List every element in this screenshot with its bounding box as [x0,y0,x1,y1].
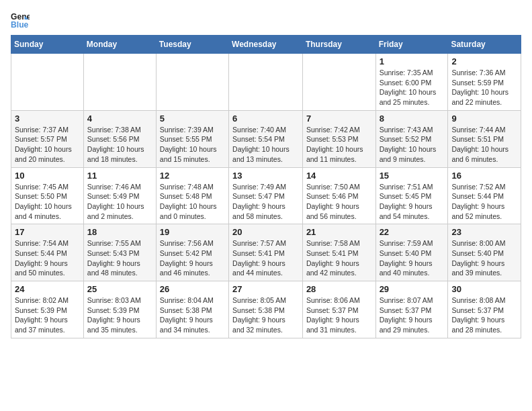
calendar-header-cell: Thursday [302,36,375,54]
calendar-day-cell: 24Sunrise: 8:02 AM Sunset: 5:39 PM Dayli… [11,281,84,338]
day-info: Sunrise: 7:55 AM Sunset: 5:43 PM Dayligh… [87,238,152,278]
calendar-week-row: 1Sunrise: 7:35 AM Sunset: 6:00 PM Daylig… [11,54,521,111]
day-info: Sunrise: 8:04 AM Sunset: 5:38 PM Dayligh… [160,295,225,335]
day-info: Sunrise: 8:03 AM Sunset: 5:39 PM Dayligh… [87,295,152,335]
day-info: Sunrise: 7:40 AM Sunset: 5:54 PM Dayligh… [232,125,299,165]
day-number: 28 [306,284,372,294]
calendar-day-cell: 29Sunrise: 8:07 AM Sunset: 5:37 PM Dayli… [375,281,448,338]
svg-text:Blue: Blue [11,20,29,30]
calendar-day-cell [83,54,156,111]
day-info: Sunrise: 7:36 AM Sunset: 5:59 PM Dayligh… [451,68,517,107]
day-info: Sunrise: 7:45 AM Sunset: 5:50 PM Dayligh… [15,182,80,222]
day-info: Sunrise: 8:00 AM Sunset: 5:40 PM Dayligh… [451,238,517,278]
calendar-day-cell: 20Sunrise: 7:57 AM Sunset: 5:41 PM Dayli… [229,224,303,281]
day-number: 19 [160,227,225,237]
day-number: 25 [87,284,152,294]
calendar-header-cell: Sunday [11,36,84,54]
calendar-header-row: SundayMondayTuesdayWednesdayThursdayFrid… [11,36,521,54]
day-number: 1 [380,56,445,66]
day-number: 24 [15,284,80,294]
day-number: 13 [232,171,299,181]
day-number: 21 [306,227,372,237]
day-info: Sunrise: 7:35 AM Sunset: 6:00 PM Dayligh… [380,68,445,107]
day-info: Sunrise: 8:08 AM Sunset: 5:37 PM Dayligh… [451,295,517,335]
day-number: 10 [15,171,80,181]
calendar-body: 1Sunrise: 7:35 AM Sunset: 6:00 PM Daylig… [11,54,521,338]
calendar-day-cell [156,54,228,111]
day-number: 15 [380,171,445,181]
calendar-day-cell [229,54,303,111]
day-number: 18 [87,227,152,237]
calendar-day-cell: 5Sunrise: 7:39 AM Sunset: 5:55 PM Daylig… [156,110,228,167]
day-number: 17 [15,227,80,237]
day-info: Sunrise: 7:52 AM Sunset: 5:44 PM Dayligh… [451,182,517,222]
logo: General Blue [11,11,32,30]
calendar-day-cell: 13Sunrise: 7:49 AM Sunset: 5:47 PM Dayli… [229,167,303,224]
day-number: 9 [451,113,517,124]
calendar-day-cell: 18Sunrise: 7:55 AM Sunset: 5:43 PM Dayli… [83,224,156,281]
day-info: Sunrise: 7:44 AM Sunset: 5:51 PM Dayligh… [451,125,517,165]
calendar-day-cell: 3Sunrise: 7:37 AM Sunset: 5:57 PM Daylig… [11,110,84,167]
day-number: 7 [306,113,372,124]
day-number: 14 [306,171,372,181]
calendar-day-cell: 27Sunrise: 8:05 AM Sunset: 5:38 PM Dayli… [229,281,303,338]
day-number: 26 [160,284,225,294]
calendar-day-cell: 16Sunrise: 7:52 AM Sunset: 5:44 PM Dayli… [448,167,521,224]
calendar-day-cell: 28Sunrise: 8:06 AM Sunset: 5:37 PM Dayli… [302,281,375,338]
calendar-day-cell: 22Sunrise: 7:59 AM Sunset: 5:40 PM Dayli… [375,224,448,281]
calendar-header-cell: Friday [375,36,448,54]
day-number: 23 [451,227,517,237]
day-info: Sunrise: 8:07 AM Sunset: 5:37 PM Dayligh… [380,295,445,335]
calendar-day-cell: 21Sunrise: 7:58 AM Sunset: 5:41 PM Dayli… [302,224,375,281]
calendar-day-cell: 14Sunrise: 7:50 AM Sunset: 5:46 PM Dayli… [302,167,375,224]
day-info: Sunrise: 7:38 AM Sunset: 5:56 PM Dayligh… [87,125,152,165]
day-info: Sunrise: 7:37 AM Sunset: 5:57 PM Dayligh… [15,125,80,165]
calendar-day-cell: 11Sunrise: 7:46 AM Sunset: 5:49 PM Dayli… [83,167,156,224]
day-info: Sunrise: 7:54 AM Sunset: 5:44 PM Dayligh… [15,238,80,278]
day-info: Sunrise: 7:39 AM Sunset: 5:55 PM Dayligh… [160,125,225,165]
calendar-day-cell: 10Sunrise: 7:45 AM Sunset: 5:50 PM Dayli… [11,167,84,224]
day-info: Sunrise: 7:46 AM Sunset: 5:49 PM Dayligh… [87,182,152,222]
calendar-week-row: 17Sunrise: 7:54 AM Sunset: 5:44 PM Dayli… [11,224,521,281]
calendar-day-cell: 8Sunrise: 7:43 AM Sunset: 5:52 PM Daylig… [375,110,448,167]
calendar-day-cell: 2Sunrise: 7:36 AM Sunset: 5:59 PM Daylig… [448,54,521,111]
day-number: 5 [160,113,225,124]
calendar-day-cell: 15Sunrise: 7:51 AM Sunset: 5:45 PM Dayli… [375,167,448,224]
day-number: 22 [380,227,445,237]
calendar-day-cell: 4Sunrise: 7:38 AM Sunset: 5:56 PM Daylig… [83,110,156,167]
day-info: Sunrise: 7:48 AM Sunset: 5:48 PM Dayligh… [160,182,225,222]
day-number: 27 [232,284,299,294]
day-info: Sunrise: 8:06 AM Sunset: 5:37 PM Dayligh… [306,295,372,335]
day-number: 4 [87,113,152,124]
day-info: Sunrise: 7:57 AM Sunset: 5:41 PM Dayligh… [232,238,299,278]
day-info: Sunrise: 7:43 AM Sunset: 5:52 PM Dayligh… [380,125,445,165]
calendar-day-cell: 30Sunrise: 8:08 AM Sunset: 5:37 PM Dayli… [448,281,521,338]
day-number: 29 [380,284,445,294]
calendar-day-cell: 17Sunrise: 7:54 AM Sunset: 5:44 PM Dayli… [11,224,84,281]
calendar-day-cell: 6Sunrise: 7:40 AM Sunset: 5:54 PM Daylig… [229,110,303,167]
logo-icon: General Blue [11,11,30,30]
calendar-header-cell: Tuesday [156,36,228,54]
day-number: 30 [451,284,517,294]
calendar-day-cell: 23Sunrise: 8:00 AM Sunset: 5:40 PM Dayli… [448,224,521,281]
day-info: Sunrise: 8:02 AM Sunset: 5:39 PM Dayligh… [15,295,80,335]
calendar-week-row: 24Sunrise: 8:02 AM Sunset: 5:39 PM Dayli… [11,281,521,338]
calendar-header-cell: Wednesday [229,36,303,54]
day-number: 6 [232,113,299,124]
day-number: 20 [232,227,299,237]
calendar-day-cell: 26Sunrise: 8:04 AM Sunset: 5:38 PM Dayli… [156,281,228,338]
day-info: Sunrise: 7:49 AM Sunset: 5:47 PM Dayligh… [232,182,299,222]
day-info: Sunrise: 7:58 AM Sunset: 5:41 PM Dayligh… [306,238,372,278]
calendar-header-cell: Saturday [448,36,521,54]
calendar-header-cell: Monday [83,36,156,54]
day-number: 16 [451,171,517,181]
calendar-day-cell: 9Sunrise: 7:44 AM Sunset: 5:51 PM Daylig… [448,110,521,167]
calendar-day-cell [11,54,84,111]
day-info: Sunrise: 7:56 AM Sunset: 5:42 PM Dayligh… [160,238,225,278]
calendar-week-row: 10Sunrise: 7:45 AM Sunset: 5:50 PM Dayli… [11,167,521,224]
day-number: 12 [160,171,225,181]
day-number: 8 [380,113,445,124]
day-number: 3 [15,113,80,124]
day-info: Sunrise: 7:42 AM Sunset: 5:53 PM Dayligh… [306,125,372,165]
calendar-day-cell: 19Sunrise: 7:56 AM Sunset: 5:42 PM Dayli… [156,224,228,281]
